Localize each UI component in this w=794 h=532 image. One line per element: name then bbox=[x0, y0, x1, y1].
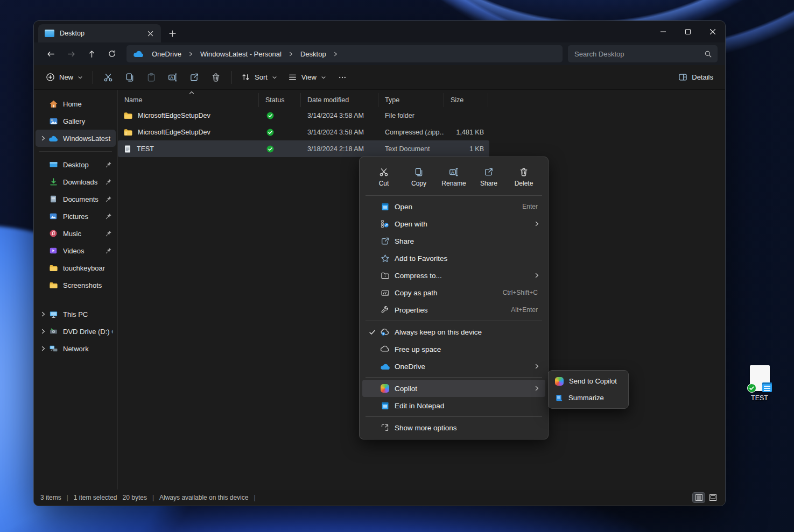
breadcrumb-chevron-icon[interactable] bbox=[186, 52, 195, 56]
view-button[interactable]: View bbox=[283, 68, 332, 87]
paste-button[interactable] bbox=[140, 68, 162, 87]
wrench-icon bbox=[378, 306, 391, 314]
sidebar-item-pictures[interactable]: Pictures bbox=[36, 208, 116, 225]
cut-menu-button[interactable]: Cut bbox=[368, 163, 400, 191]
sidebar-item-screenshots[interactable]: Screenshots bbox=[36, 276, 116, 294]
forward-button[interactable] bbox=[62, 45, 80, 62]
sidebar-item-desktop[interactable]: Desktop bbox=[36, 156, 116, 173]
sidebar-item-this-pc[interactable]: This PC bbox=[36, 306, 116, 323]
column-header-status[interactable]: Status bbox=[259, 93, 301, 107]
search-input[interactable] bbox=[574, 50, 704, 58]
chevron-right-icon[interactable] bbox=[39, 136, 47, 141]
column-header-name[interactable]: Name bbox=[118, 93, 259, 107]
address-bar: OneDrive WindowsLatest - Personal Deskto… bbox=[34, 42, 725, 65]
menu-item-onedrive[interactable]: OneDrive bbox=[362, 358, 545, 375]
search-box bbox=[568, 45, 718, 62]
folder-icon bbox=[123, 111, 133, 120]
menu-item-copilot[interactable]: Copilot bbox=[362, 380, 545, 397]
details-pane-button[interactable]: Details bbox=[673, 68, 719, 87]
desktop-icon-test[interactable]: TEST bbox=[744, 365, 775, 402]
videos-icon bbox=[48, 246, 58, 256]
checkmark-icon bbox=[366, 329, 378, 336]
submenu-item-summarize[interactable]: Summarize bbox=[551, 389, 626, 406]
notepad-icon bbox=[378, 202, 391, 211]
sidebar-item-home[interactable]: Home bbox=[36, 95, 116, 112]
search-icon[interactable] bbox=[704, 50, 712, 58]
sidebar-item-music[interactable]: Music bbox=[36, 225, 116, 242]
minimize-button[interactable] bbox=[651, 21, 676, 42]
breadcrumb-onedrive[interactable]: OneDrive bbox=[148, 48, 185, 60]
sidebar-item-dvd-drive[interactable]: DVD Drive (D:) CCC bbox=[36, 323, 116, 340]
sort-button[interactable]: Sort bbox=[236, 68, 283, 87]
sidebar-item-label: DVD Drive (D:) CCC bbox=[63, 328, 113, 336]
copy-menu-button[interactable]: Copy bbox=[403, 163, 435, 191]
view-list-icon bbox=[288, 73, 297, 82]
menu-item-always-keep-on-device[interactable]: Always keep on this device bbox=[362, 323, 545, 341]
more-options-button[interactable] bbox=[332, 68, 353, 87]
breadcrumb-chevron-icon[interactable] bbox=[331, 52, 340, 56]
sidebar-item-label: Videos bbox=[63, 247, 105, 255]
sidebar-item-touchkeyboard[interactable]: touchkeyboard bbox=[36, 259, 116, 276]
this-pc-icon bbox=[48, 309, 58, 319]
copy-button[interactable] bbox=[119, 68, 140, 87]
chevron-right-icon[interactable] bbox=[39, 311, 47, 317]
column-header-date-modified[interactable]: Date modified bbox=[301, 93, 378, 107]
file-row-folder[interactable]: MicrosoftEdgeSetupDev 3/14/2024 3:58 AM … bbox=[118, 107, 489, 124]
breadcrumb-chevron-icon[interactable] bbox=[286, 52, 296, 56]
up-button[interactable] bbox=[82, 45, 101, 62]
thumbnail-view-toggle[interactable] bbox=[707, 493, 719, 502]
rename-button[interactable]: A bbox=[162, 68, 184, 87]
chevron-down-icon bbox=[321, 75, 326, 80]
column-header-type[interactable]: Type bbox=[378, 93, 444, 107]
menu-item-free-up-space[interactable]: Free up space bbox=[362, 341, 545, 358]
menu-item-add-to-favorites[interactable]: Add to Favorites bbox=[362, 250, 545, 267]
file-type: File folder bbox=[378, 112, 444, 119]
details-pane-label: Details bbox=[692, 73, 713, 81]
menu-item-open[interactable]: Open Enter bbox=[362, 198, 545, 215]
menu-item-copy-as-path[interactable]: Copy as path Ctrl+Shift+C bbox=[362, 284, 545, 301]
file-row-zip[interactable]: MicrosoftEdgeSetupDev 3/14/2024 3:58 AM … bbox=[118, 124, 489, 140]
rename-menu-button[interactable]: A Rename bbox=[438, 163, 470, 191]
chevron-right-icon[interactable] bbox=[39, 329, 47, 334]
delete-menu-button[interactable]: Delete bbox=[508, 163, 540, 191]
sidebar-item-onedrive[interactable]: WindowsLatest - Pe bbox=[36, 130, 116, 147]
delete-button[interactable] bbox=[205, 68, 227, 87]
onedrive-icon bbox=[378, 363, 391, 370]
sidebar-item-network[interactable]: Network bbox=[36, 340, 116, 357]
folder-tab-icon bbox=[45, 30, 54, 37]
details-view-toggle[interactable] bbox=[693, 493, 705, 502]
share-button[interactable] bbox=[184, 68, 205, 87]
chevron-right-icon[interactable] bbox=[39, 346, 47, 351]
tab-desktop[interactable]: Desktop bbox=[38, 24, 161, 42]
tab-close-icon[interactable] bbox=[144, 27, 157, 40]
sidebar-item-documents[interactable]: Documents bbox=[36, 190, 116, 208]
column-header-size[interactable]: Size bbox=[444, 93, 488, 107]
sidebar-item-gallery[interactable]: Gallery bbox=[36, 112, 116, 130]
maximize-button[interactable] bbox=[676, 21, 700, 42]
sort-icon bbox=[241, 73, 250, 82]
documents-icon bbox=[48, 194, 58, 204]
menu-item-share[interactable]: Share bbox=[362, 232, 545, 250]
new-button[interactable]: New bbox=[40, 68, 88, 87]
close-button[interactable] bbox=[700, 21, 725, 42]
breadcrumb-windowslatest[interactable]: WindowsLatest - Personal bbox=[196, 48, 285, 60]
file-row-test-selected[interactable]: TEST 3/18/2024 2:18 AM Text Document 1 K… bbox=[118, 140, 489, 157]
menu-item-open-with[interactable]: Open with bbox=[362, 215, 545, 232]
menu-item-show-more-options[interactable]: Show more options bbox=[362, 419, 545, 436]
menu-item-edit-in-notepad[interactable]: Edit in Notepad bbox=[362, 397, 545, 414]
refresh-button[interactable] bbox=[103, 45, 121, 62]
delete-label: Delete bbox=[515, 180, 533, 187]
share-menu-button[interactable]: Share bbox=[473, 163, 505, 191]
share-icon bbox=[484, 167, 494, 177]
cut-button[interactable] bbox=[97, 68, 119, 87]
back-button[interactable] bbox=[41, 45, 60, 62]
menu-item-compress-to[interactable]: Compress to... bbox=[362, 267, 545, 284]
downloads-icon bbox=[48, 177, 58, 187]
sidebar-item-downloads[interactable]: Downloads bbox=[36, 173, 116, 190]
submenu-item-send-to-copilot[interactable]: Send to Copilot bbox=[551, 373, 626, 389]
sidebar-item-videos[interactable]: Videos bbox=[36, 242, 116, 259]
breadcrumb-desktop[interactable]: Desktop bbox=[297, 48, 330, 60]
menu-item-properties[interactable]: Properties Alt+Enter bbox=[362, 301, 545, 318]
svg-text:A: A bbox=[170, 75, 173, 80]
new-tab-button[interactable] bbox=[164, 25, 180, 41]
